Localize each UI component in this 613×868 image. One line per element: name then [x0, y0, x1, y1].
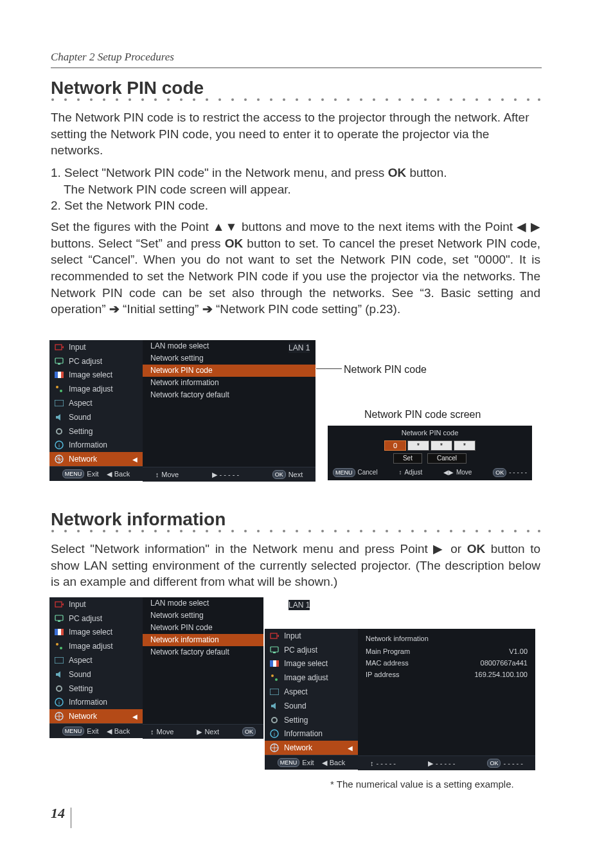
- svg-point-75: [347, 530, 350, 532]
- sidebar-item-imgsel[interactable]: Image select: [49, 626, 143, 640]
- svg-point-78: [386, 530, 388, 532]
- pin-digit-1[interactable]: *: [407, 440, 429, 451]
- sidebar-item-imgadj[interactable]: Image adjust: [49, 382, 143, 396]
- sound-icon: [55, 413, 64, 422]
- osd-sidebar-3: Input PC adjust Image select Image adjus…: [265, 629, 358, 770]
- svg-point-32: [463, 98, 465, 101]
- svg-rect-39: [55, 345, 62, 350]
- menu-pin[interactable]: Network PIN code: [143, 622, 263, 634]
- sidebar-item-aspect[interactable]: Aspect: [49, 653, 143, 667]
- sidebar-item-info[interactable]: iInformation: [265, 727, 358, 741]
- foot-exit: Exit: [87, 727, 98, 736]
- menu-factory[interactable]: Network factory default: [143, 389, 315, 401]
- flag-icon: [55, 628, 64, 637]
- svg-point-22: [334, 98, 337, 101]
- svg-point-5: [116, 98, 118, 101]
- sidebar-item-aspect[interactable]: Aspect: [265, 685, 358, 699]
- sidebar-item-aspect[interactable]: Aspect: [49, 396, 143, 410]
- sidebar-item-sound[interactable]: Sound: [49, 667, 143, 682]
- sidebar-item-setting[interactable]: Setting: [49, 424, 143, 439]
- arrow-right-icon: ➔: [202, 302, 213, 316]
- rec2: “Initial setting”: [120, 302, 202, 316]
- sidebar-item-info[interactable]: iInformation: [49, 439, 143, 453]
- label: PC adjust: [69, 356, 102, 366]
- sidebar-item-input[interactable]: Input: [265, 629, 358, 643]
- menu-netset[interactable]: Network setting: [143, 352, 315, 365]
- svg-point-62: [180, 530, 182, 532]
- svg-point-65: [218, 530, 221, 532]
- sidebar-item-imgadj[interactable]: Image adjust: [49, 639, 143, 653]
- svg-point-23: [347, 98, 350, 101]
- svg-point-67: [244, 530, 247, 532]
- svg-point-25: [373, 98, 375, 101]
- ok-pill: OK: [242, 727, 256, 736]
- flag-icon: [270, 659, 279, 668]
- menu-factory[interactable]: Network factory default: [143, 646, 263, 658]
- sidebar-item-setting[interactable]: Setting: [49, 682, 143, 696]
- sidebar-item-imgsel[interactable]: Image select: [265, 657, 358, 671]
- sidebar-item-info[interactable]: iInformation: [49, 696, 143, 710]
- svg-rect-104: [271, 633, 277, 638]
- info-icon: i: [270, 729, 279, 738]
- callout-pin: Network PIN code: [344, 363, 427, 377]
- pin-digit-0[interactable]: 0: [384, 440, 406, 451]
- svg-point-4: [103, 98, 105, 101]
- svg-point-98: [60, 647, 62, 649]
- osd-menu-2: LAN mode select Network setting Network …: [143, 597, 263, 724]
- sidebar-item-input[interactable]: Input: [49, 340, 143, 354]
- sidebar-item-network[interactable]: Network◀: [49, 709, 143, 723]
- svg-point-83: [450, 530, 452, 532]
- sidebar-item-pc[interactable]: PC adjust: [265, 643, 358, 657]
- svg-rect-99: [55, 657, 64, 664]
- svg-point-89: [527, 530, 529, 532]
- gear-icon: [55, 684, 64, 693]
- label: Input: [69, 599, 86, 610]
- label: Setting: [69, 426, 93, 437]
- svg-point-6: [129, 98, 131, 101]
- svg-point-31: [450, 98, 452, 101]
- svg-rect-91: [55, 602, 62, 607]
- menu-ninfo[interactable]: Network information: [143, 634, 263, 646]
- foot-back: Back: [330, 758, 345, 768]
- gear-icon: [270, 716, 279, 725]
- svg-point-79: [398, 530, 401, 532]
- pin-digit-2[interactable]: *: [431, 440, 452, 451]
- sliders-icon: [270, 673, 279, 682]
- sliders-icon: [55, 384, 64, 393]
- sidebar-item-sound[interactable]: Sound: [49, 410, 143, 424]
- svg-point-20: [308, 98, 311, 101]
- pc-icon: [55, 614, 64, 623]
- sidebar-item-input[interactable]: Input: [49, 597, 143, 611]
- foot-move: Move: [156, 727, 173, 737]
- svg-point-33: [475, 98, 478, 101]
- chevron-left-icon: ◀: [132, 455, 138, 464]
- sidebar-item-network[interactable]: Network◀: [49, 452, 143, 466]
- sidebar-item-setting[interactable]: Setting: [265, 713, 358, 727]
- sidebar-item-network[interactable]: Network◀: [265, 741, 358, 755]
- menu-ninfo[interactable]: Network information: [143, 377, 315, 389]
- label: Sound: [69, 412, 91, 422]
- menu-pin[interactable]: Network PIN code: [143, 365, 315, 377]
- sidebar-item-imgsel[interactable]: Image select: [49, 368, 143, 383]
- ok-pill: OK: [272, 470, 286, 479]
- pin-foot: MENUCancel ↕Adjust ◀▶Move OK- - - - -: [328, 464, 532, 482]
- sidebar-item-pc[interactable]: PC adjust: [49, 611, 143, 626]
- globe-icon: [55, 455, 64, 464]
- pin-set-button[interactable]: Set: [393, 453, 422, 464]
- foot-dash: - - - - -: [436, 759, 456, 768]
- menu-lanmode[interactable]: LAN mode select: [143, 597, 263, 610]
- sidebar-item-pc[interactable]: PC adjust: [49, 354, 143, 368]
- svg-rect-92: [55, 615, 63, 620]
- ok-pill: OK: [487, 759, 501, 768]
- svg-point-11: [193, 98, 195, 101]
- input-icon: [55, 600, 64, 609]
- sidebar-item-imgadj[interactable]: Image adjust: [265, 671, 358, 685]
- pin-cancel-button[interactable]: Cancel: [427, 453, 466, 464]
- svg-rect-108: [273, 660, 276, 667]
- sidebar-item-sound[interactable]: Sound: [265, 699, 358, 713]
- foot-move: Move: [456, 468, 472, 477]
- pin-digit-3[interactable]: *: [454, 440, 475, 451]
- menu-netset[interactable]: Network setting: [143, 610, 263, 622]
- osd-pin-box: Network PIN code 0 * * * Set Cancel MENU…: [328, 426, 532, 480]
- step2: 2. Set the Network PIN code.: [51, 199, 208, 212]
